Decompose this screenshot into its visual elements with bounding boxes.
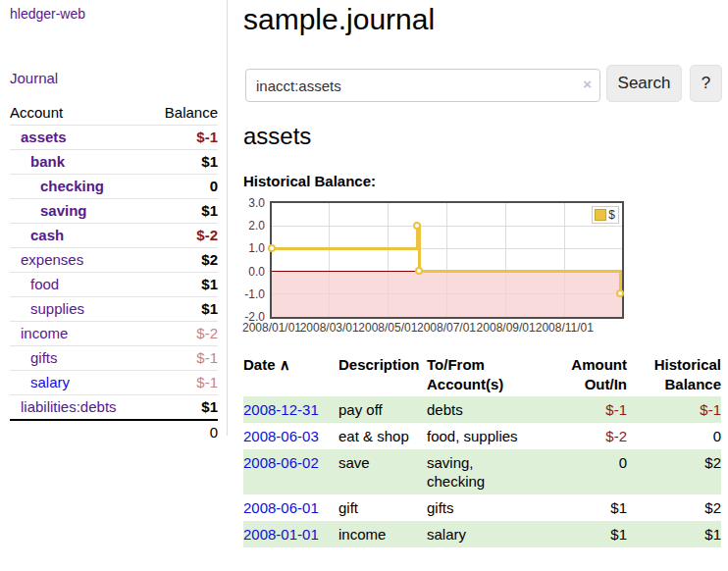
accounts-header-row: Account Balance [10,101,218,126]
account-link-liabilities-debts[interactable]: liabilities:debts [21,398,117,415]
search-button[interactable]: Search [606,65,682,102]
account-row: supplies $1 [10,297,218,322]
account-row: food $1 [10,273,218,297]
transaction-accounts: salary [427,521,537,547]
account-link-bank[interactable]: bank [30,153,65,170]
transaction-date-link[interactable]: 2008-06-03 [243,428,319,444]
transaction-description: save [338,449,427,494]
account-balance: 0 [148,175,218,199]
account-balance: $1 [148,199,218,224]
account-link-expenses[interactable]: expenses [21,251,83,268]
register-header-accounts: To/From Account(s) [427,353,537,396]
account-balance: $-1 [148,346,218,371]
transaction-amount: $-1 [537,396,627,423]
account-row: assets $-1 [10,126,218,150]
y-axis-tick-label: 1.0 [232,241,265,255]
account-row: cash $-2 [10,224,218,248]
account-balance: $2 [148,248,218,273]
sort-asc-icon: ∧ [280,356,290,373]
account-link-food[interactable]: food [30,276,59,292]
help-button[interactable]: ? [690,65,722,102]
chart-gridline [272,226,622,227]
chart-line-segment [418,225,421,273]
account-row: gifts $-1 [10,346,218,371]
chart-y-axis: 3.02.01.00.0-1.0-2.0 [232,203,265,317]
transaction-row: 2008-12-31 pay off debts $-1 $-1 [243,396,721,423]
chart-point-marker [616,289,624,297]
register-header-description: Description [338,353,427,396]
account-link-cash[interactable]: cash [30,227,64,243]
transaction-accounts: debts [427,396,537,423]
transaction-accounts: gifts [427,494,537,521]
chart-point-marker [268,244,276,252]
account-link-supplies[interactable]: supplies [30,300,84,317]
transaction-amount: 0 [537,449,627,494]
account-row: income $-2 [10,322,218,346]
y-axis-tick-label: 2.0 [232,219,265,233]
account-link-income[interactable]: income [21,325,68,341]
search-input[interactable] [245,69,600,102]
transaction-balance: $2 [627,494,721,521]
balance-chart: $ [270,201,624,319]
account-balance: $1 [148,150,218,175]
transaction-amount: $1 [537,521,627,547]
chart-legend: $ [592,206,619,224]
account-link-salary[interactable]: salary [30,374,70,390]
account-row: checking 0 [10,175,218,199]
transaction-row: 2008-06-03 eat & shop food, supplies $-2… [243,423,721,449]
register-header-date[interactable]: Date ∧ [243,353,338,396]
accounts-total-balance: 0 [148,420,218,444]
search-form: × [245,69,600,102]
register-table: Date ∧ Description To/From Account(s) Am… [243,353,721,547]
account-balance: $-2 [148,322,218,346]
app-brand-link[interactable]: hledger-web [10,6,85,22]
y-axis-tick-label: 3.0 [232,196,265,210]
legend-swatch-icon [595,209,606,221]
account-link-saving[interactable]: saving [40,202,87,219]
transaction-row: 2008-06-01 gift gifts $1 $2 [243,494,721,521]
accounts-total-row: 0 [10,420,218,444]
y-axis-tick-label: -1.0 [232,287,265,301]
accounts-header-account: Account [10,101,148,126]
chart-gridline [272,293,622,294]
register-header-amount: Amount Out/In [537,353,627,396]
transaction-description: eat & shop [338,423,427,449]
account-balance: $1 [148,273,218,297]
account-balance: $-1 [148,371,218,395]
account-balance: $1 [148,395,218,421]
transaction-description: pay off [338,396,427,423]
chart-point-marker [413,222,421,230]
x-axis-tick-label: 2008/07/01 [412,321,481,335]
transaction-amount: $1 [537,494,627,521]
clear-search-icon[interactable]: × [583,77,592,92]
chart-gridline [446,203,447,317]
chart-gridline [329,203,330,317]
account-row: salary $-1 [10,371,218,395]
legend-label: $ [608,208,615,222]
account-balance: $-2 [148,224,218,248]
transaction-date-link[interactable]: 2008-12-31 [243,401,319,418]
transaction-date-link[interactable]: 2008-06-01 [243,499,319,516]
chart-title: Historical Balance: [243,173,376,189]
chart-line-segment [420,270,621,273]
page-title: sample.journal [243,2,435,37]
account-link-gifts[interactable]: gifts [30,349,58,366]
account-link-checking[interactable]: checking [40,178,104,194]
transaction-accounts: saving, checking [427,449,537,494]
account-balance: $1 [148,297,218,322]
accounts-header-balance: Balance [148,101,218,126]
chart-gridline [505,203,506,317]
transaction-row: 2008-01-01 income salary $1 $1 [243,521,721,547]
account-balance: $-1 [148,126,218,150]
account-link-assets[interactable]: assets [21,129,67,145]
chart-gridline [388,203,389,317]
y-axis-tick-label: 0.0 [232,265,265,279]
sidebar-item-journal[interactable]: Journal [10,70,58,86]
transaction-balance: 0 [627,423,721,449]
transaction-amount: $-2 [537,423,627,449]
account-row: bank $1 [10,150,218,175]
x-axis-tick-label: 2008/11/01 [530,321,598,335]
register-header-row: Date ∧ Description To/From Account(s) Am… [243,353,721,396]
transaction-date-link[interactable]: 2008-06-02 [243,454,319,471]
transaction-date-link[interactable]: 2008-01-01 [243,526,319,543]
